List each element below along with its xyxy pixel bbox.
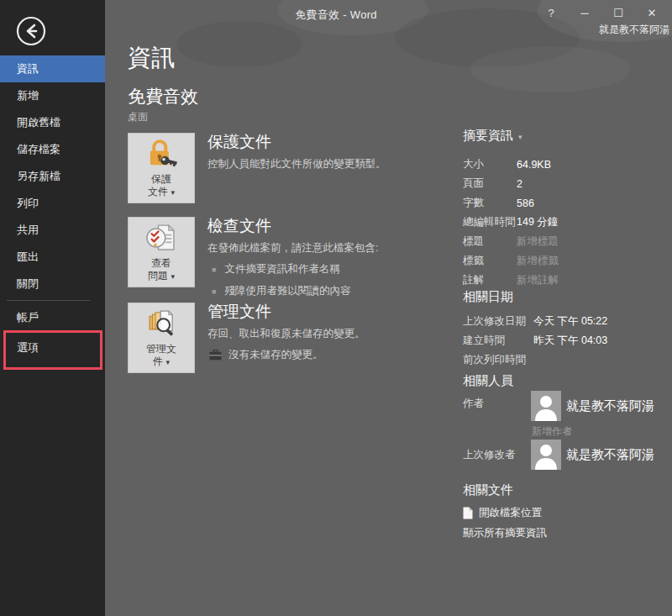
sidebar-item-new[interactable]: 新增: [0, 82, 105, 109]
help-button[interactable]: ?: [534, 3, 568, 24]
manage-document-button[interactable]: 管理文 件 ▾: [128, 303, 195, 373]
inspect-document-description: 在發佈此檔案前，請注意此檔案包含:: [207, 241, 443, 255]
date-row-created: 建立時間 昨天 下午 04:03: [463, 331, 668, 350]
created-date-value: 昨天 下午 04:03: [533, 334, 607, 348]
dropdown-caret-icon: ▾: [171, 272, 175, 281]
manage-document-description: 存回、取出和復原未儲存的變更。: [207, 327, 443, 340]
no-unsaved-changes-row: 沒有未儲存的變更。: [207, 348, 443, 362]
window-controls: ? ─ ☐ ✕: [534, 3, 669, 24]
bullet-square-icon: ■: [212, 287, 216, 296]
modified-date-value: 今天 下午 05:22: [533, 314, 607, 329]
back-arrow-icon: [16, 16, 46, 46]
dropdown-caret-icon: ▾: [171, 188, 175, 197]
inspect-document-icon: [144, 221, 179, 255]
lock-key-icon: [144, 137, 179, 171]
document-title: 免費音效: [128, 85, 198, 108]
dropdown-caret-icon: ▾: [165, 358, 170, 366]
briefcase-icon: [209, 350, 222, 361]
sidebar-item-account[interactable]: 帳戶: [0, 304, 105, 331]
date-rows: 上次修改日期 今天 下午 05:22 建立時間 昨天 下午 04:03 前次列印…: [463, 312, 668, 370]
document-icon: [463, 507, 473, 519]
editing-time-value: 149 分鐘: [517, 215, 558, 229]
property-row-comments: 註解 新增註解: [463, 271, 668, 290]
protect-document-button[interactable]: 保護 文件 ▾: [128, 133, 195, 203]
sidebar-item-save[interactable]: 儲存檔案: [0, 136, 105, 163]
related-people-panel: 相關人員 作者 就是教不落阿湯 新增作者 上次修改者 就是教不落阿湯: [463, 373, 669, 478]
backstage-sidebar: 資訊 新增 開啟舊檔 儲存檔案 另存新檔 列印 共用 匯出 關閉 帳戶 選項: [0, 0, 105, 616]
property-row-words: 字數 586: [463, 193, 668, 213]
word-backstage-window: 免費音效 - Word ? ─ ☐ ✕ 就是教不落阿湯 資訊 新增 開啟舊檔 儲…: [0, 0, 672, 616]
related-documents-panel: 相關文件 開啟檔案位置: [463, 482, 668, 520]
inspect-document-section: 查看 問題 ▾ 檢查文件 在發佈此檔案前，請注意此檔案包含: ■ 文件摘要資訊和…: [128, 217, 443, 298]
inspect-bullet-1: ■ 文件摘要資訊和作者名稱: [207, 262, 443, 276]
modifier-avatar[interactable]: [531, 440, 561, 470]
property-row-editing-time: 總編輯時間 149 分鐘: [463, 213, 668, 232]
add-tags-field[interactable]: 新增標籤: [517, 254, 559, 268]
property-row-tags: 標籤 新增標籤: [463, 251, 668, 271]
protect-document-text: 保護文件 控制人員能對此文件所做的變更類型。: [207, 133, 443, 171]
related-people-header: 相關人員: [463, 373, 513, 389]
property-row-size: 大小 64.9KB: [463, 155, 668, 174]
property-row-pages: 頁面 2: [463, 174, 668, 193]
close-button[interactable]: ✕: [635, 3, 669, 24]
last-modified-by-label: 上次修改者: [463, 448, 516, 462]
protect-document-heading: 保護文件: [207, 133, 443, 150]
manage-document-text: 管理文件 存回、取出和復原未儲存的變更。 沒有未儲存的變更。: [207, 303, 443, 362]
author-label: 作者: [463, 397, 484, 411]
pages-value: 2: [517, 178, 522, 190]
sidebar-item-close[interactable]: 關閉: [0, 271, 105, 297]
bullet-square-icon: ■: [212, 266, 216, 274]
sidebar-item-open[interactable]: 開啟舊檔: [0, 109, 105, 136]
related-documents-header: 相關文件: [463, 482, 513, 497]
sidebar-item-print[interactable]: 列印: [0, 190, 105, 217]
person-icon: [531, 391, 561, 421]
protect-document-description: 控制人員能對此文件所做的變更類型。: [207, 157, 443, 171]
author-avatar[interactable]: [531, 391, 561, 421]
minimize-button[interactable]: ─: [568, 3, 601, 24]
sidebar-nav: 資訊 新增 開啟舊檔 儲存檔案 另存新檔 列印 共用 匯出 關閉: [0, 55, 105, 297]
modifier-name[interactable]: 就是教不落阿湯: [566, 447, 654, 463]
protect-button-label: 保護 文件 ▾: [148, 173, 175, 199]
manage-document-heading: 管理文件: [207, 303, 443, 320]
add-author-field[interactable]: 新增作者: [532, 424, 572, 439]
check-for-issues-button[interactable]: 查看 問題 ▾: [128, 217, 195, 287]
inspect-bullet-2: ■ 殘障使用者難以閱讀的內容: [207, 284, 443, 298]
open-file-location-link[interactable]: 開啟檔案位置: [463, 506, 668, 520]
properties-header[interactable]: 摘要資訊: [463, 128, 513, 142]
options-highlight-box: [3, 330, 102, 370]
sidebar-item-export[interactable]: 匯出: [0, 244, 105, 271]
properties-panel: 摘要資訊▾ 大小 64.9KB 頁面 2 字數 586 總編輯時間 149 分鐘…: [463, 128, 668, 290]
inspect-document-text: 檢查文件 在發佈此檔案前，請注意此檔案包含: ■ 文件摘要資訊和作者名稱 ■ 殘…: [207, 217, 443, 298]
inspect-document-heading: 檢查文件: [207, 217, 443, 234]
cloud-decoration: [176, 21, 302, 67]
add-comments-field[interactable]: 新增註解: [517, 273, 559, 287]
words-value: 586: [517, 197, 534, 209]
manage-document-button-label: 管理文 件 ▾: [146, 343, 176, 369]
author-name[interactable]: 就是教不落阿湯: [566, 398, 654, 414]
add-title-field[interactable]: 新增標題: [517, 234, 559, 249]
sidebar-item-info[interactable]: 資訊: [0, 55, 105, 82]
date-row-modified: 上次修改日期 今天 下午 05:22: [463, 312, 668, 331]
account-user-name[interactable]: 就是教不落阿湯: [599, 23, 669, 37]
page-title: 資訊: [128, 42, 175, 74]
sidebar-item-save-as[interactable]: 另存新檔: [0, 163, 105, 190]
sidebar-item-share[interactable]: 共用: [0, 217, 105, 244]
manage-document-icon: [144, 307, 179, 340]
property-row-title: 標題 新增標題: [463, 232, 668, 251]
maximize-button[interactable]: ☐: [601, 3, 635, 24]
related-dates-header: 相關日期: [463, 289, 513, 303]
manage-document-section: 管理文 件 ▾ 管理文件 存回、取出和復原未儲存的變更。 沒有未儲存的變更。: [128, 303, 443, 373]
properties-rows: 大小 64.9KB 頁面 2 字數 586 總編輯時間 149 分鐘 標題 新增…: [463, 155, 668, 290]
size-value: 64.9KB: [517, 159, 551, 171]
key-shape: [160, 156, 177, 167]
sidebar-divider: [7, 300, 90, 301]
show-all-properties-link[interactable]: 顯示所有摘要資訊: [463, 526, 547, 540]
check-issues-button-label: 查看 問題 ▾: [148, 257, 175, 283]
protect-document-section: 保護 文件 ▾ 保護文件 控制人員能對此文件所做的變更類型。: [128, 133, 443, 203]
person-icon: [531, 440, 561, 470]
date-row-printed: 前次列印時間: [463, 350, 668, 370]
document-location: 桌面: [128, 110, 148, 124]
back-button[interactable]: [16, 16, 46, 46]
cloud-decoration: [470, 46, 630, 92]
related-dates-panel: 相關日期 上次修改日期 今天 下午 05:22 建立時間 昨天 下午 04:03…: [463, 289, 668, 370]
